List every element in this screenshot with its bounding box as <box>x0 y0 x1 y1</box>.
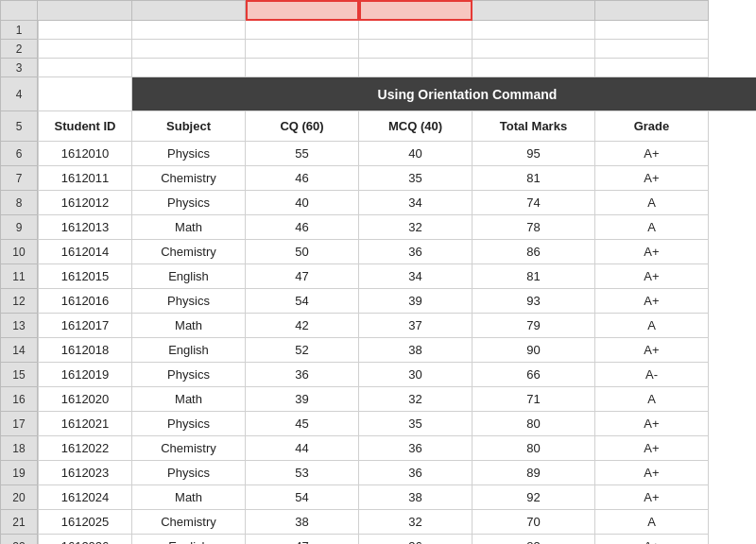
empty-row <box>38 40 756 59</box>
header-cell-grade: Grade <box>595 111 709 142</box>
title-row: Using Orientation Command <box>38 77 756 111</box>
mcq-cell: 38 <box>359 485 472 510</box>
grade-cell: A <box>595 191 709 215</box>
row-number-9: 9 <box>0 215 38 240</box>
cq-cell: 39 <box>246 387 359 412</box>
grade-cell: A <box>595 387 709 412</box>
col-header-c[interactable] <box>132 0 246 21</box>
data-row: 1612023Physics533689A+ <box>38 461 756 485</box>
total-marks-cell: 89 <box>472 461 595 485</box>
total-marks-cell: 71 <box>472 387 595 412</box>
cq-cell: 42 <box>246 314 359 338</box>
cq-cell: 52 <box>246 338 359 363</box>
subject-cell: Physics <box>132 363 246 387</box>
header-cell-cq: CQ (60) <box>246 111 359 142</box>
data-row: 1612010Physics554095A+ <box>38 142 756 166</box>
grade-cell: A- <box>595 363 709 387</box>
grade-cell: A <box>595 510 709 535</box>
col-header-d[interactable] <box>246 0 359 21</box>
cq-cell: 46 <box>246 166 359 191</box>
cq-cell: 55 <box>246 142 359 166</box>
cq-cell: 45 <box>246 412 359 436</box>
row-number-11: 11 <box>0 264 38 289</box>
col-header-g[interactable] <box>595 0 709 21</box>
empty-cell <box>132 59 246 77</box>
header-cell-studentId: Student ID <box>38 111 132 142</box>
row-number-20: 20 <box>0 485 38 510</box>
mcq-cell: 34 <box>359 264 472 289</box>
row-number-7: 7 <box>0 166 38 191</box>
row-number-2: 2 <box>0 40 38 59</box>
data-row: 1612011Chemistry463581A+ <box>38 166 756 191</box>
mcq-cell: 36 <box>359 461 472 485</box>
cq-cell: 53 <box>246 461 359 485</box>
total-marks-cell: 78 <box>472 215 595 240</box>
col-header-b[interactable] <box>38 0 132 21</box>
mcq-cell: 36 <box>359 535 472 544</box>
empty-cell <box>595 21 709 40</box>
data-row: 1612021Physics453580A+ <box>38 412 756 436</box>
grade-cell: A+ <box>595 485 709 510</box>
subject-cell: Math <box>132 485 246 510</box>
row-number-21: 21 <box>0 510 38 535</box>
header-row: Student IDSubjectCQ (60)MCQ (40)Total Ma… <box>38 111 756 142</box>
subject-cell: Math <box>132 215 246 240</box>
col-header-f[interactable] <box>472 0 595 21</box>
header-cell-subject: Subject <box>132 111 246 142</box>
student-id-cell: 1612015 <box>38 264 132 289</box>
grid-content: Using Orientation CommandStudent IDSubje… <box>38 21 756 544</box>
student-id-cell: 1612012 <box>38 191 132 215</box>
mcq-cell: 32 <box>359 215 472 240</box>
mcq-cell: 36 <box>359 436 472 461</box>
student-id-cell: 1612025 <box>38 510 132 535</box>
data-row: 1612019Physics363066A- <box>38 363 756 387</box>
empty-cell <box>246 21 359 40</box>
student-id-cell: 1612014 <box>38 240 132 264</box>
row-numbers: 1234567891011121314151617181920212223242… <box>0 21 38 544</box>
student-id-cell: 1612017 <box>38 314 132 338</box>
empty-cell <box>472 59 595 77</box>
subject-cell: Physics <box>132 289 246 314</box>
grade-cell: A+ <box>595 166 709 191</box>
subject-cell: English <box>132 338 246 363</box>
row-number-4: 4 <box>0 77 38 111</box>
mcq-cell: 35 <box>359 166 472 191</box>
data-row: 1612014Chemistry503686A+ <box>38 240 756 264</box>
data-row: 1612015English473481A+ <box>38 264 756 289</box>
subject-cell: Math <box>132 314 246 338</box>
corner-cell <box>0 0 38 21</box>
grade-cell: A+ <box>595 338 709 363</box>
student-id-cell: 1612010 <box>38 142 132 166</box>
row-number-14: 14 <box>0 338 38 363</box>
student-id-cell: 1612026 <box>38 535 132 544</box>
cq-cell: 36 <box>246 363 359 387</box>
empty-cell <box>38 21 132 40</box>
total-marks-cell: 70 <box>472 510 595 535</box>
data-row: 1612024Math543892A+ <box>38 485 756 510</box>
cq-cell: 47 <box>246 535 359 544</box>
data-row: 1612012Physics403474A <box>38 191 756 215</box>
cq-cell: 38 <box>246 510 359 535</box>
empty-cell <box>38 59 132 77</box>
empty-row <box>38 59 756 77</box>
col-header-e[interactable] <box>359 0 472 21</box>
student-id-cell: 1612011 <box>38 166 132 191</box>
data-row: 1612020Math393271A <box>38 387 756 412</box>
row-number-1: 1 <box>0 21 38 40</box>
subject-cell: Physics <box>132 142 246 166</box>
spreadsheet: 1234567891011121314151617181920212223242… <box>0 0 756 544</box>
empty-cell <box>246 40 359 59</box>
empty-cell <box>359 40 472 59</box>
grade-cell: A+ <box>595 461 709 485</box>
student-id-cell: 1612023 <box>38 461 132 485</box>
empty-cell <box>38 40 132 59</box>
grade-cell: A+ <box>595 412 709 436</box>
student-id-cell: 1612013 <box>38 215 132 240</box>
empty-cell <box>595 59 709 77</box>
cq-cell: 50 <box>246 240 359 264</box>
grade-cell: A <box>595 215 709 240</box>
student-id-cell: 1612022 <box>38 436 132 461</box>
cq-cell: 40 <box>246 191 359 215</box>
empty-cell <box>472 21 595 40</box>
row-number-13: 13 <box>0 314 38 338</box>
